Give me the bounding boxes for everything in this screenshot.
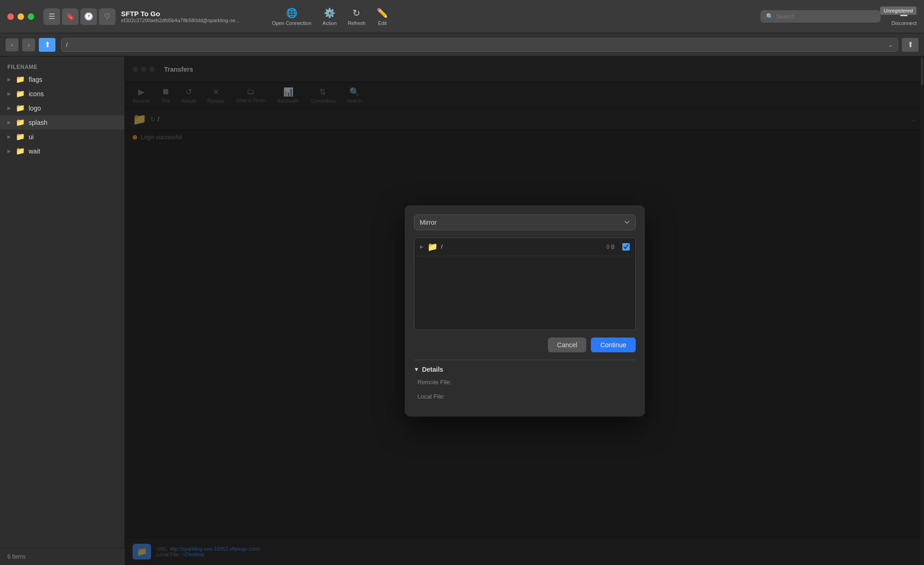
close-button[interactable]	[7, 13, 14, 20]
back-button[interactable]: ‹	[6, 38, 18, 51]
sidebar-toggle-button[interactable]: ☰	[43, 8, 60, 25]
sidebar-item-label: splash	[29, 119, 47, 126]
chevron-icon: ▶	[7, 77, 11, 82]
open-connection-button[interactable]: 🌐 Open Connection	[272, 7, 311, 26]
sidebar-item-label: flags	[29, 76, 43, 83]
upload-button[interactable]: ⬆	[902, 38, 918, 52]
file-checkbox[interactable]	[622, 243, 630, 251]
local-file-label-dialog: Local File:	[418, 393, 455, 400]
search-input[interactable]	[776, 13, 875, 20]
transfers-window: Transfers ▶ Resume ⏹ Stop ↺ Reload ✕	[125, 56, 924, 565]
sidebar-item-ui[interactable]: ▶ 📁 ui	[0, 129, 124, 144]
sidebar-header: Filename	[0, 60, 124, 72]
folder-icon: 📁	[16, 147, 25, 155]
sidebar-item-icons[interactable]: ▶ 📁 icons	[0, 86, 124, 101]
dialog-details: ▼ Details Remote File: Local File:	[414, 360, 636, 400]
history-icon: 🕐	[84, 12, 93, 21]
edit-label: Edit	[378, 20, 387, 26]
dialog-actions: Cancel Continue	[414, 338, 636, 352]
search-box[interactable]: 🔍	[760, 10, 881, 23]
toolbar-actions: 🌐 Open Connection ⚙️ Action ↻ Refresh ✏️…	[272, 7, 388, 26]
continue-button[interactable]: Continue	[591, 338, 635, 352]
chevron-icon: ▶	[7, 105, 11, 111]
action-label: Action	[322, 20, 337, 26]
nav-home-icon: ⬆	[39, 38, 55, 52]
local-file-row-dialog: Local File:	[418, 393, 636, 400]
file-chevron-icon[interactable]: ▶	[420, 244, 424, 249]
folder-icon: 📁	[16, 118, 25, 127]
remote-file-row: Remote File:	[418, 379, 636, 386]
file-folder-icon: 📁	[427, 242, 438, 252]
dialog-file-list: ▶ 📁 / 0 B	[414, 238, 636, 330]
back-icon: ‹	[11, 41, 13, 49]
app-name: SFTP To Go	[121, 10, 239, 18]
details-toggle[interactable]: ▼ Details	[414, 366, 636, 373]
table-row[interactable]: ▶ 📁 / 0 B	[414, 238, 635, 256]
edit-button[interactable]: ✏️ Edit	[377, 7, 388, 26]
upload-icon: ⬆	[907, 40, 913, 49]
file-name: /	[441, 243, 603, 250]
chevron-icon: ▶	[7, 91, 11, 96]
dialog-overlay: Mirror Upload Download Sync ▶ 📁 / 0 B	[125, 56, 924, 565]
bookmarks-button[interactable]: 🔖	[62, 8, 79, 25]
file-size: 0 B	[606, 244, 614, 250]
sidebar-item-label: ui	[29, 133, 34, 141]
history-button[interactable]: 🕐	[80, 8, 97, 25]
titlebar-icon-group: ☰ 🔖 🕐 ♡	[43, 8, 116, 25]
sidebar-item-label: wait	[29, 147, 40, 155]
heart-button[interactable]: ♡	[99, 8, 116, 25]
open-connection-icon: 🌐	[286, 7, 298, 18]
details-content: Remote File: Local File:	[414, 379, 636, 400]
chevron-icon: ▶	[7, 134, 11, 139]
edit-icon: ✏️	[377, 7, 388, 18]
minimize-button[interactable]	[18, 13, 24, 20]
sidebar: Filename ▶ 📁 flags ▶ 📁 icons ▶ 📁 logo ▶ …	[0, 56, 125, 565]
folder-icon: 📁	[16, 104, 25, 112]
main-layout: Filename ▶ 📁 flags ▶ 📁 icons ▶ 📁 logo ▶ …	[0, 56, 924, 565]
folder-icon: 📁	[16, 75, 25, 84]
path-text: /	[66, 41, 68, 48]
sidebar-item-splash[interactable]: ▶ 📁 splash	[0, 115, 124, 129]
open-connection-label: Open Connection	[272, 20, 311, 26]
details-toggle-label: Details	[422, 366, 443, 373]
action-icon: ⚙️	[324, 7, 335, 18]
unregistered-badge: Unregistered	[880, 6, 917, 15]
disconnect-label: Disconnect	[892, 20, 917, 26]
window-controls	[7, 13, 34, 20]
forward-icon: ›	[28, 41, 30, 49]
folder-icon: 📁	[16, 89, 25, 98]
bookmarks-icon: 🔖	[66, 12, 75, 21]
remote-file-label: Remote File:	[418, 379, 455, 386]
refresh-icon: ↻	[353, 7, 360, 18]
sidebar-item-logo[interactable]: ▶ 📁 logo	[0, 101, 124, 115]
search-icon: 🔍	[766, 13, 773, 20]
maximize-button[interactable]	[28, 13, 34, 20]
navbar: ‹ › ⬆ / ⌄ ⬆	[0, 33, 924, 56]
items-count: 6 Items	[7, 553, 25, 560]
cancel-button[interactable]: Cancel	[548, 338, 587, 352]
path-dropdown-icon[interactable]: ⌄	[888, 41, 893, 48]
sidebar-item-flags[interactable]: ▶ 📁 flags	[0, 72, 124, 86]
sidebar-item-label: icons	[29, 90, 44, 98]
app-subtitle: ef302c37200aeb2dfd5b4a78b580dd@sparkling…	[121, 18, 239, 23]
content-area: Transfers ▶ Resume ⏹ Stop ↺ Reload ✕	[125, 56, 924, 565]
path-bar[interactable]: / ⌄	[61, 38, 898, 52]
action-button[interactable]: ⚙️ Action	[322, 7, 337, 26]
titlebar: ☰ 🔖 🕐 ♡ SFTP To Go ef302c37200aeb2dfd5b4…	[0, 0, 924, 33]
mode-select[interactable]: Mirror Upload Download Sync	[414, 215, 636, 230]
sidebar-item-wait[interactable]: ▶ 📁 wait	[0, 144, 124, 158]
details-chevron-icon: ▼	[414, 366, 419, 373]
app-info: SFTP To Go ef302c37200aeb2dfd5b4a78b580d…	[121, 10, 239, 23]
sidebar-item-label: logo	[29, 104, 41, 112]
chevron-icon: ▶	[7, 148, 11, 154]
forward-button[interactable]: ›	[22, 38, 35, 51]
refresh-label: Refresh	[348, 20, 366, 26]
home-icon: ⬆	[44, 40, 50, 49]
refresh-button[interactable]: ↻ Refresh	[348, 7, 366, 26]
chevron-icon: ▶	[7, 120, 11, 125]
heart-icon: ♡	[104, 12, 110, 21]
dialog: Mirror Upload Download Sync ▶ 📁 / 0 B	[405, 205, 645, 417]
sidebar-toggle-icon: ☰	[49, 12, 55, 21]
folder-icon: 📁	[16, 132, 25, 141]
